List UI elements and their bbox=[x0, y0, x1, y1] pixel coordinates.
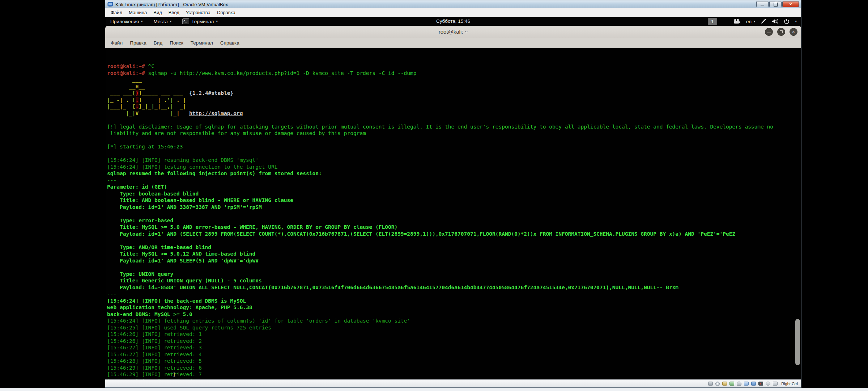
status-icon-display[interactable] bbox=[751, 382, 756, 386]
terminal-line: Title: Generic UNION query (NULL) - 5 co… bbox=[107, 277, 801, 284]
terminal-line: |_ -| . [.] | .'| . | bbox=[107, 97, 801, 104]
terminal-titlebar[interactable]: root@kali: ~ × bbox=[105, 26, 801, 38]
minimize-icon bbox=[761, 5, 764, 5]
terminal-line: [15:46:29] [INFO] retrieved: 7 bbox=[107, 371, 801, 378]
restore-button[interactable] bbox=[769, 1, 782, 7]
status-icon-usb[interactable] bbox=[737, 382, 741, 386]
close-icon: × bbox=[789, 1, 792, 7]
workspace-indicator[interactable]: 1 bbox=[708, 18, 717, 25]
terminal-line: root@kali:~# ^C bbox=[107, 63, 801, 70]
chevron-down-icon[interactable]: ▾ bbox=[795, 20, 797, 23]
virtualbox-window: Kali Linux (чистая) [Работает] - Oracle … bbox=[105, 0, 801, 388]
terminal-menubar: ФайлПравкаВидПоискТерминалСправка bbox=[105, 38, 801, 49]
terminal-line: [15:46:25] [INFO] used SQL query returns… bbox=[107, 324, 801, 331]
volume-icon[interactable] bbox=[772, 19, 778, 24]
scrollbar-thumb[interactable] bbox=[795, 319, 800, 365]
keyboard-layout-label: en bbox=[746, 19, 752, 24]
window-title: Kali Linux (чистая) [Работает] - Oracle … bbox=[115, 2, 228, 7]
status-icon-mouse[interactable] bbox=[766, 382, 770, 386]
terminal-output[interactable]: root@kali:~# ^Croot@kali:~# sqlmap -u ht… bbox=[105, 48, 801, 381]
desktop: Kali Linux (чистая) [Работает] - Oracle … bbox=[0, 0, 868, 391]
screen-recorder-icon[interactable] bbox=[733, 19, 741, 24]
vbox-menu-item-2[interactable]: Машина bbox=[125, 8, 150, 17]
terminal-line: [15:46:27] [INFO] retrieved: 3 bbox=[107, 344, 801, 351]
terminal-menu-item-6[interactable]: Справка bbox=[217, 38, 243, 48]
terminal-minimize-button[interactable] bbox=[765, 28, 773, 36]
minimize-button[interactable] bbox=[756, 1, 769, 7]
vbox-menu-item-4[interactable]: Ввод bbox=[165, 8, 183, 17]
vbox-menubar: ФайлМашинаВидВводУстройстваСправка bbox=[105, 8, 801, 17]
terminal-line: sqlmap resumed the following injection p… bbox=[107, 170, 801, 177]
terminal-line: Payload: id=1' AND SLEEP(5) AND 'dpWV'='… bbox=[107, 257, 801, 264]
maximize-icon bbox=[780, 30, 783, 33]
restore-icon bbox=[774, 3, 778, 7]
terminal-maximize-button[interactable] bbox=[777, 28, 785, 36]
terminal-line: Payload: id=1' AND 3387=3387 AND 'rpSM'=… bbox=[107, 204, 801, 211]
close-icon: × bbox=[792, 29, 795, 35]
terminal-line: Title: AND boolean-based blind - WHERE o… bbox=[107, 197, 801, 204]
terminal-line: Parameter: id (GET) bbox=[107, 184, 801, 190]
terminal-line: |___|_ [.]_|_|_|__,| _| bbox=[107, 103, 801, 110]
terminal-line bbox=[107, 117, 801, 123]
terminal-line: [15:46:24] [INFO] resuming back-end DBMS… bbox=[107, 157, 801, 164]
terminal-menu-item-4[interactable]: Поиск bbox=[166, 38, 187, 48]
taskbar-strip bbox=[0, 388, 868, 391]
vbox-menu-item-6[interactable]: Справка bbox=[214, 8, 239, 17]
pen-tablet-icon[interactable] bbox=[761, 18, 766, 24]
terminal-line: [15:46:29] [INFO] retrieved: 6 bbox=[107, 365, 801, 371]
terminal-line: Type: boolean-based blind bbox=[107, 190, 801, 197]
window-titlebar[interactable]: Kali Linux (чистая) [Работает] - Oracle … bbox=[105, 0, 801, 9]
status-icon-network[interactable] bbox=[729, 382, 734, 386]
terminal-line: ___ bbox=[107, 76, 801, 83]
vbox-menu-item-1[interactable]: Файл bbox=[107, 8, 125, 17]
clock[interactable]: Суббота, 15:46 bbox=[105, 17, 801, 26]
status-icon-audio[interactable] bbox=[722, 382, 727, 386]
status-icon-optical[interactable] bbox=[715, 382, 720, 386]
text-cursor: I bbox=[173, 371, 175, 378]
terminal-line bbox=[107, 237, 801, 244]
terminal-line bbox=[107, 137, 801, 144]
power-icon[interactable] bbox=[784, 18, 790, 24]
terminal-line: Type: AND/OR time-based blind bbox=[107, 244, 801, 251]
terminal-line: --- bbox=[107, 291, 801, 298]
terminal-line bbox=[107, 210, 801, 217]
terminal-line: ___ ___[)]_____ ___ ___ {1.2.4#stable} bbox=[107, 90, 801, 97]
terminal-lines: root@kali:~# ^Croot@kali:~# sqlmap -u ht… bbox=[107, 63, 801, 381]
terminal-line: [15:46:28] [INFO] retrieved: 5 bbox=[107, 358, 801, 365]
terminal-line: [15:46:24] [INFO] testing connection to … bbox=[107, 164, 801, 171]
status-icons bbox=[708, 382, 778, 386]
terminal-menu-item-5[interactable]: Терминал bbox=[187, 38, 217, 48]
terminal-menu-item-3[interactable]: Вид bbox=[150, 38, 166, 48]
terminal-line: [15:46:26] [INFO] retrieved: 2 bbox=[107, 338, 801, 345]
terminal-close-button[interactable]: × bbox=[790, 28, 797, 36]
status-icon-keyboard[interactable] bbox=[773, 382, 778, 386]
status-icon-shared-folder[interactable] bbox=[744, 382, 749, 386]
vm-screen: Приложения ▾ Места ▾ Терминал ▾ Суббота,… bbox=[105, 17, 801, 381]
keyboard-layout-switcher[interactable]: en ▾ bbox=[746, 19, 756, 24]
terminal-line: Type: error-based bbox=[107, 217, 801, 224]
terminal-line: |_|V |_| http://sqlmap.org bbox=[107, 110, 801, 117]
status-icon-hdd[interactable] bbox=[708, 382, 713, 386]
terminal-line: Payload: id=1' AND (SELECT 2899 FROM(SEL… bbox=[107, 231, 801, 237]
terminal-line: [15:46:24] [INFO] the back-end DBMS is M… bbox=[107, 298, 801, 304]
terminal-line: [15:46:26] [INFO] retrieved: 1 bbox=[107, 331, 801, 338]
terminal-line bbox=[107, 150, 801, 157]
terminal-line bbox=[107, 264, 801, 271]
system-tray: 1 en ▾ bbox=[708, 17, 797, 26]
terminal-line: Payload: id=-8588' UNION ALL SELECT NULL… bbox=[107, 284, 801, 291]
close-button[interactable]: × bbox=[782, 1, 799, 7]
vbox-statusbar: Right Ctrl bbox=[105, 379, 801, 387]
vbox-menu-item-3[interactable]: Вид bbox=[150, 8, 165, 17]
terminal-line: Title: MySQL >= 5.0.12 AND time-based bl… bbox=[107, 251, 801, 257]
chevron-down-icon: ▾ bbox=[754, 20, 756, 23]
terminal-title: root@kali: ~ bbox=[105, 26, 801, 38]
vbox-menu-item-5[interactable]: Устройства bbox=[183, 8, 214, 17]
terminal-line: [15:46:27] [INFO] retrieved: 4 bbox=[107, 351, 801, 358]
terminal-menu-item-1[interactable]: Файл bbox=[107, 38, 126, 48]
window-controls: × bbox=[756, 1, 799, 7]
status-icon-recording[interactable] bbox=[758, 382, 763, 386]
terminal-menu-item-2[interactable]: Правка bbox=[126, 38, 150, 48]
terminal-line: back-end DBMS: MySQL >= 5.0 bbox=[107, 311, 801, 318]
terminal-line: Type: UNION query bbox=[107, 271, 801, 278]
terminal-line: web application technology: Apache, PHP … bbox=[107, 304, 801, 311]
